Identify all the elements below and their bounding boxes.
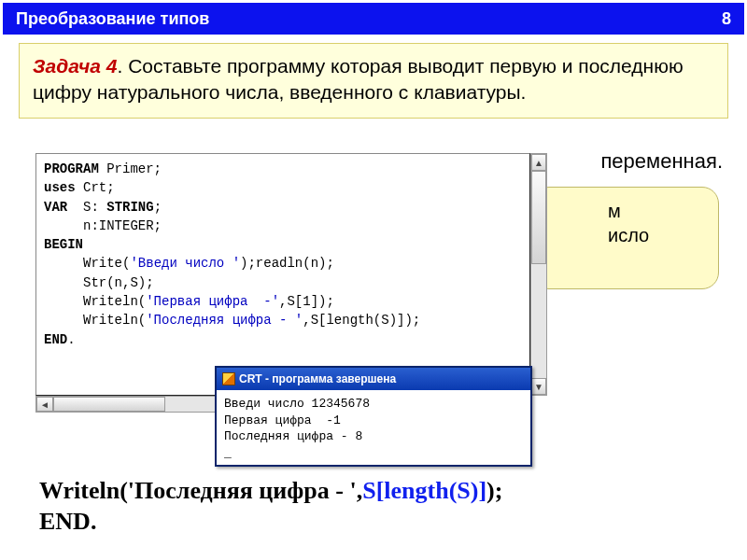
scroll-left-button[interactable]: ◄ (36, 397, 53, 412)
scroll-thumb-h[interactable] (53, 397, 165, 412)
hint-box-partial: м исло (532, 187, 719, 289)
scroll-up-button[interactable]: ▲ (531, 154, 546, 171)
code-content: PROGRAM Primer; uses Crt; VAR S: STRING;… (36, 154, 529, 355)
slide-titlebar: Преобразование типов 8 (3, 3, 744, 35)
bottom-code-snippet: Writeln('Последняя цифра - ',S[length(S)… (39, 476, 502, 537)
slide-page-number: 8 (722, 9, 731, 29)
task-dot: . (117, 55, 128, 77)
task-text: Составьте программу которая выводит перв… (33, 55, 684, 103)
task-label: Задача 4 (33, 55, 117, 77)
task-box: Задача 4. Составьте программу которая вы… (19, 43, 728, 119)
code-editor: PROGRAM Primer; uses Crt; VAR S: STRING;… (35, 153, 530, 396)
scroll-track-v[interactable] (531, 171, 546, 378)
scroll-down-button[interactable]: ▼ (531, 378, 546, 395)
code-scrollbar-vertical[interactable]: ▲ ▼ (530, 153, 547, 396)
slide-title: Преобразование типов (16, 9, 209, 29)
crt-console-output: Введи число 12345678 Первая цифра -1 Пос… (217, 390, 530, 465)
background-text: переменная. (600, 149, 723, 174)
hint-line-2: исло (608, 223, 709, 247)
crt-title-text: CRT - программа завершена (239, 372, 396, 385)
slide: Преобразование типов 8 Задача 4. Составь… (0, 0, 747, 560)
crt-titlebar[interactable]: CRT - программа завершена (217, 368, 530, 390)
bottom-line-2: END. (39, 507, 502, 538)
scroll-thumb-v[interactable] (531, 171, 546, 264)
hint-line-1: м (608, 199, 709, 223)
crt-app-icon (222, 372, 235, 385)
bottom-line-1: Writeln('Последняя цифра - ',S[length(S)… (39, 476, 502, 507)
crt-output-window: CRT - программа завершена Введи число 12… (215, 366, 532, 467)
